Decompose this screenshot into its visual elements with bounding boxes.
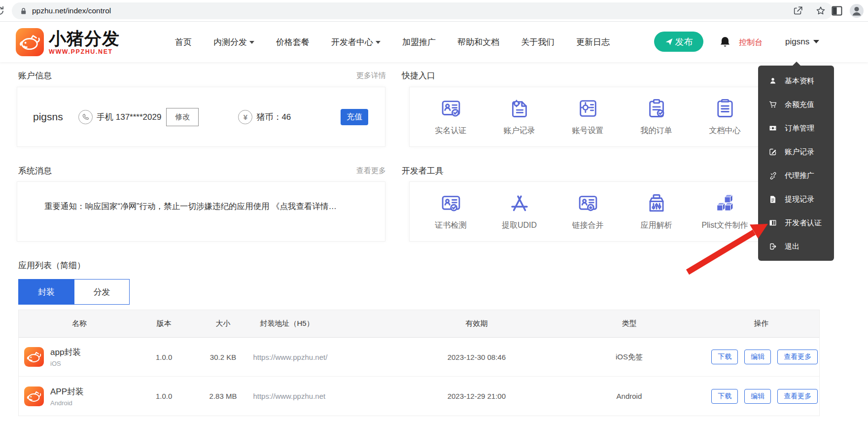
cart-icon: [769, 101, 777, 108]
address-bar[interactable]: ppzhu.net/index/control: [12, 2, 833, 19]
cert-check-icon: [440, 192, 462, 214]
pig-app-icon: [24, 386, 44, 406]
app-version: 1.0.0: [132, 392, 196, 400]
recharge-button[interactable]: 充值: [341, 109, 368, 125]
nav-about-us[interactable]: 关于我们: [521, 36, 555, 48]
app-type: Android: [556, 392, 703, 400]
extract-udid-icon: [508, 192, 531, 214]
col-header-version: 版本: [132, 319, 196, 328]
app-size: 30.2 KB: [196, 353, 250, 361]
view-more-button[interactable]: 查看更多: [777, 350, 818, 364]
nav-affiliate[interactable]: 加盟推广: [402, 36, 436, 48]
user-menu-trigger[interactable]: pigsns: [785, 37, 819, 47]
menu-item-orders[interactable]: 订单管理: [758, 116, 834, 140]
edit-button[interactable]: 编辑: [744, 350, 771, 364]
paper-plane-icon: [665, 37, 673, 46]
app-table: 名称 版本 大小 封装地址（H5） 有效期 类型 操作 app封装 iOS: [18, 310, 820, 416]
app-size: 2.83 MB: [196, 392, 250, 400]
site-logo[interactable]: 小猪分发 WWW.PPZHU.NET: [16, 28, 120, 56]
download-button[interactable]: 下载: [711, 350, 738, 364]
edit-icon: [769, 148, 777, 156]
chevron-down-icon: [249, 41, 254, 44]
dev-tool-plist-maker[interactable]: Plist文件制作: [691, 192, 759, 231]
table-header-row: 名称 版本 大小 封装地址（H5） 有效期 类型 操作: [19, 310, 819, 338]
system-message-card: 重要通知：响应国家“净网”行动，禁止一切涉嫌违纪的应用使用 《点我查看详情…: [17, 181, 385, 242]
menu-item-account-records[interactable]: 账户记录: [758, 140, 834, 164]
doc-center-icon: [714, 97, 736, 120]
dev-tools-title: 开发者工具: [402, 165, 444, 176]
publish-button[interactable]: 发布: [654, 32, 703, 52]
quick-entry-my-orders[interactable]: 我的订单: [622, 97, 691, 136]
app-list-title: 应用列表（简细）: [18, 260, 85, 271]
app-name[interactable]: app封装: [50, 347, 81, 358]
nav-help-docs[interactable]: 帮助和文档: [457, 36, 499, 48]
col-header-url: 封装地址（H5）: [250, 319, 398, 328]
menu-item-developer-cert[interactable]: 开发者认证: [758, 211, 834, 235]
phone-icon: [78, 110, 93, 124]
menu-item-profile[interactable]: 基本资料: [758, 69, 834, 93]
money-icon: [769, 124, 777, 132]
app-url[interactable]: https://www.ppzhu.net: [250, 392, 398, 400]
app-platform: Android: [50, 399, 84, 407]
dev-tool-cert-check[interactable]: 证书检测: [417, 192, 485, 231]
table-row: app封装 iOS 1.0.0 30.2 KB https://www.ppzh…: [19, 338, 819, 377]
page: ppzhu.net/index/control: [0, 0, 868, 421]
app-parse-icon: [645, 192, 668, 214]
nav-pricing[interactable]: 价格套餐: [276, 36, 310, 48]
nav-beta-distribution[interactable]: 内测分发: [213, 36, 254, 48]
app-list-tabs: 封装 分发: [18, 279, 130, 305]
notification-bell-icon[interactable]: [720, 36, 730, 48]
account-username: pigsns: [33, 111, 78, 123]
app-platform: iOS: [50, 360, 81, 367]
dev-tool-app-parse[interactable]: 应用解析: [622, 192, 691, 231]
quick-entry-account-settings[interactable]: 账号设置: [554, 97, 622, 136]
yen-coin-icon: ¥: [238, 110, 252, 124]
site-header: 小猪分发 WWW.PPZHU.NET 首页 内测分发 价格套餐 开发者中心 加盟…: [0, 22, 868, 62]
menu-item-withdraw-records[interactable]: 提现记录: [758, 187, 834, 211]
modify-phone-button[interactable]: 修改: [166, 108, 199, 126]
withdraw-record-icon: [769, 195, 777, 203]
col-header-type: 类型: [556, 319, 703, 328]
system-message-more-link[interactable]: 查看更多: [356, 166, 386, 175]
menu-item-recharge[interactable]: 余额充值: [758, 93, 834, 116]
app-url[interactable]: https://www.ppzhu.net/: [250, 353, 398, 361]
app-expire: 2023-12-30 08:46: [398, 353, 556, 361]
quick-entry-doc-center[interactable]: 文档中心: [691, 97, 759, 136]
console-link[interactable]: 控制台: [739, 37, 763, 48]
app-type: iOS免签: [556, 352, 703, 362]
pig-coin-balance: 猪币：46: [256, 111, 291, 123]
nav-developer-center[interactable]: 开发者中心: [331, 36, 381, 48]
dev-tool-link-merge[interactable]: 链接合并: [554, 192, 622, 231]
edit-button[interactable]: 编辑: [744, 389, 771, 404]
nav-changelog[interactable]: 更新日志: [576, 36, 610, 48]
account-section-title: 账户信息: [18, 70, 52, 81]
phone-number: 手机 137****2029: [97, 111, 161, 123]
pig-app-icon: [24, 347, 44, 367]
menu-item-logout[interactable]: 退出: [758, 235, 834, 258]
download-button[interactable]: 下载: [711, 389, 738, 404]
quick-entry-account-record[interactable]: 账户记录: [485, 97, 554, 136]
my-orders-icon: [645, 97, 668, 120]
tab-package[interactable]: 封装: [19, 280, 74, 304]
share-icon[interactable]: [793, 5, 803, 16]
account-settings-icon: [577, 97, 599, 120]
chevron-down-icon: [813, 40, 819, 43]
side-panel-icon[interactable]: [832, 6, 842, 16]
col-header-expire: 有效期: [398, 319, 556, 328]
reload-icon[interactable]: [0, 5, 5, 17]
dev-tool-extract-udid[interactable]: 提取UDID: [485, 192, 554, 231]
view-more-button[interactable]: 查看更多: [777, 389, 818, 404]
bookmark-star-icon[interactable]: [815, 5, 826, 16]
menu-item-agent-promotion[interactable]: 代理推广: [758, 164, 834, 187]
browser-profile-avatar[interactable]: [849, 3, 864, 18]
tab-distribute[interactable]: 分发: [74, 280, 129, 304]
main-nav: 首页 内测分发 价格套餐 开发者中心 加盟推广 帮助和文档 关于我们 更新日志: [175, 22, 610, 62]
url-text[interactable]: ppzhu.net/index/control: [32, 6, 781, 15]
app-name[interactable]: APP封装: [50, 386, 84, 397]
system-message-text[interactable]: 重要通知：响应国家“净网”行动，禁止一切涉嫌违纪的应用使用 《点我查看详情…: [17, 182, 385, 212]
quick-entry-realname[interactable]: 实名认证: [417, 97, 485, 136]
account-more-link[interactable]: 更多详情: [356, 71, 386, 80]
realname-cert-icon: [440, 97, 462, 120]
nav-home[interactable]: 首页: [175, 36, 192, 48]
app-expire: 2023-12-29 21:00: [398, 392, 556, 400]
